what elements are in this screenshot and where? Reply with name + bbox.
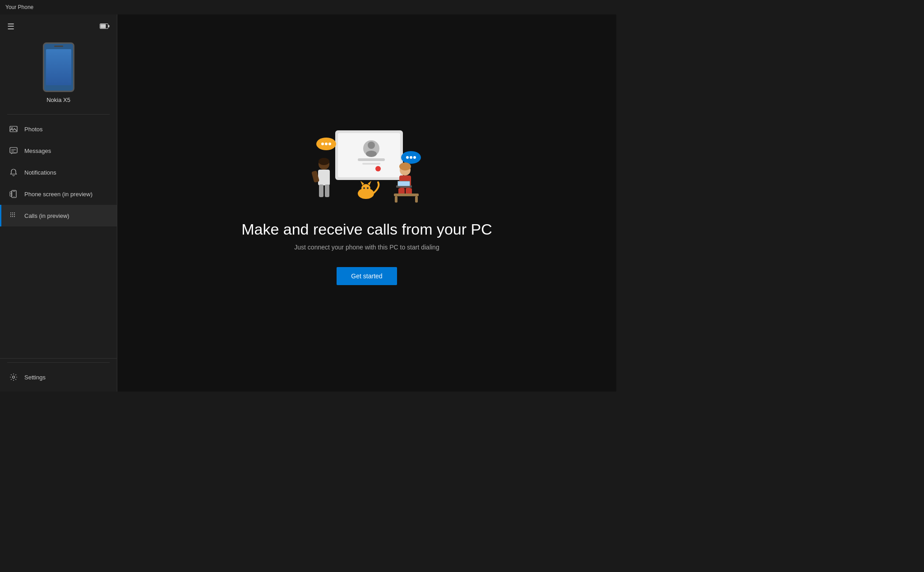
sidebar-item-messages-label: Messages <box>24 148 51 154</box>
battery-icon <box>100 23 110 31</box>
svg-point-49 <box>367 187 369 189</box>
svg-point-10 <box>14 196 14 197</box>
svg-point-17 <box>14 214 15 215</box>
svg-point-16 <box>12 214 13 215</box>
svg-point-48 <box>363 187 365 189</box>
photos-icon <box>9 125 18 134</box>
sidebar: ☰ Nokia X5 <box>0 14 117 392</box>
svg-rect-27 <box>358 158 385 161</box>
svg-point-37 <box>413 156 416 159</box>
main-title: Make and receive calls from your PC <box>241 221 492 238</box>
phone-name: Nokia X5 <box>46 97 70 103</box>
svg-point-33 <box>328 143 331 145</box>
svg-rect-40 <box>318 170 330 185</box>
svg-point-13 <box>12 212 13 213</box>
sidebar-item-settings[interactable]: Settings <box>0 366 117 388</box>
sidebar-header: ☰ <box>0 14 117 35</box>
hamburger-icon[interactable]: ☰ <box>7 22 14 32</box>
svg-point-19 <box>12 216 13 217</box>
sidebar-item-calls[interactable]: Calls (in preview) <box>0 205 117 226</box>
messages-icon <box>9 146 18 155</box>
svg-rect-58 <box>394 194 419 196</box>
sidebar-item-notifications-label: Notifications <box>24 169 56 176</box>
phone-screen <box>46 49 71 85</box>
sidebar-top-divider <box>7 114 110 115</box>
svg-rect-2 <box>108 25 110 28</box>
svg-rect-1 <box>101 24 106 28</box>
svg-point-21 <box>13 376 15 378</box>
svg-rect-57 <box>398 181 410 186</box>
app-container: ☰ Nokia X5 <box>0 14 616 392</box>
svg-rect-28 <box>362 163 380 165</box>
main-content: Make and receive calls from your PC Just… <box>117 14 616 392</box>
sidebar-item-calls-label: Calls (in preview) <box>24 212 69 219</box>
svg-point-12 <box>10 212 11 213</box>
phone-graphic <box>43 42 74 92</box>
svg-point-14 <box>14 212 15 213</box>
nav-items: Photos Messages <box>0 118 117 358</box>
sidebar-item-messages[interactable]: Messages <box>0 140 117 161</box>
svg-point-36 <box>410 156 412 159</box>
svg-point-15 <box>10 214 11 215</box>
app-title: Your Phone <box>5 4 33 10</box>
calls-icon <box>9 211 18 220</box>
svg-point-20 <box>14 216 15 217</box>
sidebar-item-settings-label: Settings <box>24 374 46 381</box>
svg-rect-11 <box>10 192 12 196</box>
svg-rect-5 <box>10 148 17 153</box>
sidebar-item-notifications[interactable]: Notifications <box>0 161 117 183</box>
svg-point-32 <box>325 143 328 145</box>
title-bar: Your Phone <box>0 0 616 14</box>
settings-icon <box>9 373 18 382</box>
phone-screen-icon <box>9 189 18 198</box>
svg-point-4 <box>11 128 13 129</box>
svg-point-39 <box>319 158 329 165</box>
sidebar-bottom: Settings <box>0 358 117 392</box>
svg-point-51 <box>399 162 411 171</box>
svg-point-29 <box>375 166 381 171</box>
svg-rect-42 <box>325 185 329 197</box>
svg-point-31 <box>321 143 324 145</box>
svg-point-45 <box>361 184 370 192</box>
phone-display: Nokia X5 <box>0 35 117 111</box>
svg-point-26 <box>366 151 377 157</box>
svg-rect-41 <box>319 185 323 197</box>
sidebar-item-photos-label: Photos <box>24 126 42 133</box>
svg-rect-60 <box>415 196 418 203</box>
svg-rect-3 <box>10 126 17 132</box>
svg-point-35 <box>406 156 409 159</box>
calls-illustration <box>299 121 434 203</box>
notifications-icon <box>9 168 18 177</box>
sidebar-item-phone-screen[interactable]: Phone screen (in preview) <box>0 183 117 205</box>
sidebar-item-photos[interactable]: Photos <box>0 118 117 140</box>
sidebar-bottom-divider <box>7 362 110 363</box>
sidebar-item-phone-screen-label: Phone screen (in preview) <box>24 191 92 198</box>
svg-point-18 <box>10 216 11 217</box>
svg-rect-59 <box>395 196 397 203</box>
get-started-button[interactable]: Get started <box>337 267 397 285</box>
svg-point-25 <box>368 142 375 149</box>
main-subtitle: Just connect your phone with this PC to … <box>294 244 439 251</box>
